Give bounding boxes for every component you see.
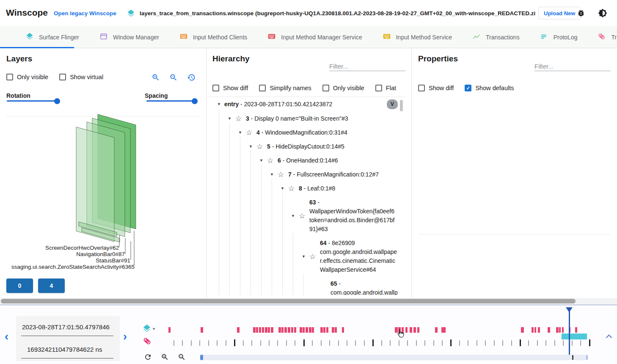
sf-entry-tick[interactable] bbox=[174, 340, 174, 346]
sf-entry-tick[interactable] bbox=[450, 339, 452, 346]
zoom-out-icon[interactable] bbox=[178, 353, 186, 361]
tab-protolog[interactable]: ProtoLog bbox=[530, 26, 588, 48]
transition-marker[interactable] bbox=[306, 327, 308, 333]
sf-entry-tick[interactable] bbox=[303, 339, 305, 346]
transition-marker[interactable] bbox=[256, 327, 258, 333]
sf-entry-tick[interactable] bbox=[191, 340, 192, 346]
expand-arrow-icon[interactable]: ▼ bbox=[281, 184, 288, 193]
sf-entry-tick[interactable] bbox=[347, 340, 347, 346]
expand-arrow-icon[interactable]: ▼ bbox=[302, 252, 309, 261]
transition-marker[interactable] bbox=[253, 327, 256, 333]
sf-entry-tick[interactable] bbox=[511, 340, 512, 346]
transition-marker[interactable] bbox=[323, 327, 325, 333]
sf-entry-tick[interactable] bbox=[355, 340, 356, 346]
properties-checkbox-show-diff[interactable]: Show diff bbox=[418, 85, 454, 91]
tree-node-3[interactable]: ▼☆3 - Display 0 name="Built-in Screen"#3 bbox=[212, 113, 398, 124]
checkbox-box[interactable] bbox=[418, 85, 425, 91]
transition-marker[interactable] bbox=[312, 327, 314, 333]
transition-marker[interactable] bbox=[521, 327, 524, 333]
sf-entry-tick[interactable] bbox=[277, 340, 278, 346]
tab-input-method-clients[interactable]: Input Method Clients bbox=[169, 26, 257, 48]
sf-entry-tick[interactable] bbox=[295, 340, 295, 346]
sf-entry-tick[interactable] bbox=[269, 340, 270, 346]
sf-entry-tick[interactable] bbox=[433, 340, 434, 346]
transition-marker[interactable] bbox=[532, 327, 534, 333]
sf-entry-tick[interactable] bbox=[554, 340, 555, 346]
refresh-icon[interactable] bbox=[144, 353, 152, 361]
transition-marker[interactable] bbox=[284, 327, 287, 333]
zoom-range-start-marker[interactable] bbox=[200, 355, 203, 360]
zoom-range-end-marker[interactable] bbox=[586, 355, 588, 360]
sf-entry-tick[interactable] bbox=[589, 339, 590, 346]
transition-marker[interactable] bbox=[281, 327, 284, 333]
upload-new-button[interactable]: Upload New bbox=[538, 7, 581, 19]
transition-marker[interactable] bbox=[265, 327, 267, 333]
transition-marker[interactable] bbox=[335, 327, 337, 333]
transition-marker[interactable] bbox=[300, 327, 302, 333]
tab-window-manager[interactable]: Window Manager bbox=[89, 26, 169, 48]
surface-flinger-trace-icon[interactable] bbox=[142, 324, 151, 333]
sf-entry-tick[interactable] bbox=[286, 340, 287, 346]
sf-entry-tick[interactable] bbox=[217, 340, 218, 346]
expand-arrow-icon[interactable]: ▼ bbox=[291, 212, 298, 221]
sf-entry-tick[interactable] bbox=[416, 340, 417, 346]
expand-arrow-icon[interactable]: ▼ bbox=[238, 128, 245, 137]
sf-entry-tick[interactable] bbox=[537, 340, 538, 346]
tab-input-method-service[interactable]: Input Method Service bbox=[372, 26, 462, 48]
properties-checkbox-show-defaults[interactable]: ✓Show defaults bbox=[465, 85, 514, 91]
sf-entry-tick[interactable] bbox=[477, 340, 477, 346]
tab-surface-flinger[interactable]: Surface Flinger bbox=[15, 26, 89, 48]
transition-marker[interactable] bbox=[410, 327, 412, 333]
tab-transactions[interactable]: Transactions bbox=[462, 26, 530, 48]
expand-arrow-icon[interactable]: ▼ bbox=[249, 142, 256, 151]
transition-marker[interactable] bbox=[268, 327, 270, 333]
collapse-timeline-icon[interactable] bbox=[605, 332, 613, 341]
transition-marker[interactable] bbox=[271, 327, 273, 333]
transition-marker[interactable] bbox=[562, 327, 564, 333]
sf-entry-tick[interactable] bbox=[468, 340, 468, 346]
sf-entry-tick[interactable] bbox=[407, 340, 408, 346]
hierarchy-checkbox-only-visible[interactable]: Only visible bbox=[322, 85, 364, 91]
expand-arrow-icon[interactable]: ▼ bbox=[228, 114, 235, 123]
ns-timestamp-field[interactable]: 1693242110479784622 ns bbox=[27, 346, 119, 353]
horizontal-scrollbar-track[interactable] bbox=[0, 298, 617, 305]
sf-entry-tick[interactable] bbox=[234, 339, 235, 346]
sf-entry-tick[interactable] bbox=[442, 340, 443, 346]
sf-entry-tick[interactable] bbox=[251, 340, 252, 346]
transition-marker[interactable] bbox=[556, 327, 559, 333]
sf-entry-tick[interactable] bbox=[312, 340, 313, 346]
previous-entry-button[interactable]: ‹ bbox=[5, 332, 8, 341]
pin-star-icon[interactable]: ☆ bbox=[298, 212, 306, 221]
transition-marker[interactable] bbox=[237, 327, 240, 333]
sf-entry-tick[interactable] bbox=[338, 340, 339, 346]
transition-marker[interactable] bbox=[444, 327, 446, 333]
transition-marker[interactable] bbox=[575, 327, 577, 333]
trace-selector-caret-icon[interactable]: ▾ bbox=[153, 326, 155, 331]
dark-mode-toggle-icon[interactable] bbox=[598, 8, 607, 18]
transition-marker[interactable] bbox=[262, 327, 264, 333]
sf-entry-tick[interactable] bbox=[399, 340, 399, 346]
hierarchy-checkbox-flat[interactable]: Flat bbox=[375, 85, 396, 91]
checkbox-box[interactable] bbox=[259, 85, 266, 91]
properties-filter-input[interactable] bbox=[534, 62, 611, 71]
sf-entry-tick[interactable] bbox=[502, 340, 503, 346]
expand-arrow-icon[interactable]: ▼ bbox=[270, 170, 277, 179]
transition-marker[interactable] bbox=[332, 327, 334, 333]
sf-entry-tick[interactable] bbox=[329, 340, 330, 346]
sf-entry-tick[interactable] bbox=[260, 340, 261, 346]
transition-marker[interactable] bbox=[320, 327, 323, 333]
pin-star-icon[interactable]: ☆ bbox=[235, 114, 242, 123]
expand-arrow-icon[interactable]: ▼ bbox=[217, 100, 224, 109]
transition-marker[interactable] bbox=[435, 327, 438, 333]
hierarchy-scrollbar[interactable] bbox=[400, 100, 403, 111]
pin-star-icon[interactable]: ☆ bbox=[277, 170, 284, 179]
human-timestamp-field[interactable]: 2023-08-28T17:01:50.4797846 bbox=[22, 323, 114, 331]
tree-node-entry[interactable]: ▼entry - 2023-08-28T17:01:50.421423872V bbox=[212, 99, 398, 110]
sf-entry-tick[interactable] bbox=[572, 340, 573, 346]
transition-marker[interactable] bbox=[168, 327, 171, 333]
sf-entry-tick[interactable] bbox=[424, 340, 425, 346]
tab-input-method-manager-service[interactable]: Input Method Manager Service bbox=[257, 26, 372, 48]
sf-entry-tick[interactable] bbox=[226, 340, 226, 346]
sf-entry-tick[interactable] bbox=[485, 340, 486, 346]
pin-star-icon[interactable]: ☆ bbox=[309, 252, 316, 261]
